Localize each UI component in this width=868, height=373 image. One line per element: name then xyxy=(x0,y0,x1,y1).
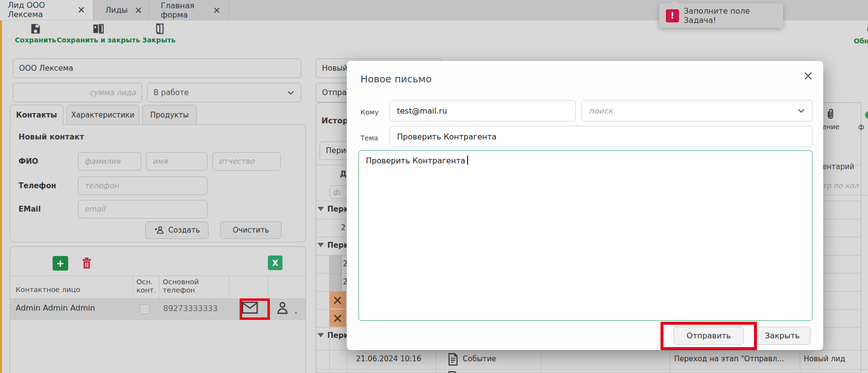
add-row-button[interactable]: + xyxy=(53,256,68,271)
close-modal-button-label: Закрыть xyxy=(765,331,799,340)
tab-main-form[interactable]: Главная форма ✕ xyxy=(153,0,229,20)
refresh-button[interactable]: Обновить xyxy=(850,22,868,48)
tab-lead-label: Лид ООО Лексема xyxy=(8,0,71,19)
create-contact-label: Создать xyxy=(169,226,200,235)
text-cursor xyxy=(467,156,468,165)
email-input[interactable]: email xyxy=(78,200,208,218)
history-event-stage[interactable]: Переход на этап "Отправл... xyxy=(674,354,784,363)
lead-status-value: В работе xyxy=(153,88,287,97)
col-contact-person[interactable]: Контактное лицо xyxy=(16,286,80,294)
tab-contacts-label: Контакты xyxy=(16,111,57,119)
close-form-button[interactable]: Закрыть xyxy=(141,22,176,48)
tab-products[interactable]: Продукты xyxy=(142,105,197,125)
paperclip-icon[interactable] xyxy=(824,108,837,121)
history-data-row[interactable]: 2 xyxy=(341,223,346,232)
export-excel-button[interactable]: X xyxy=(268,255,283,270)
tab-leads-label: Лиды xyxy=(105,5,128,15)
contact-phone-cell: 89273333333 xyxy=(163,304,218,313)
col-main-phone[interactable]: Основной телефон xyxy=(163,278,199,294)
row-menu-dot-icon xyxy=(295,312,297,314)
history-event-result[interactable]: Новый лид xyxy=(804,354,845,363)
attachment-button-label-cut[interactable]: ение xyxy=(822,123,839,131)
lastname-input[interactable]: фамилия xyxy=(78,152,141,171)
recipient-search-select[interactable]: поиск xyxy=(582,100,812,121)
save-and-close-icon xyxy=(92,22,105,35)
phone-input[interactable]: телефон xyxy=(78,177,208,195)
to-input[interactable]: test@mail.ru xyxy=(390,100,576,121)
modal-close-icon[interactable]: × xyxy=(803,69,813,82)
history-right-filter-placeholder-cut[interactable]: тр по кол xyxy=(822,181,859,190)
close-form-label: Закрыть xyxy=(142,36,176,44)
tab-main-form-label: Главная форма xyxy=(161,1,206,20)
event-document-icon xyxy=(447,353,459,366)
create-contact-button[interactable]: Создать xyxy=(145,221,208,239)
tab-leads-close-icon[interactable]: ✕ xyxy=(134,5,142,16)
modal-title: Новое письмо xyxy=(360,73,432,85)
door-close-icon xyxy=(152,22,165,35)
history-x-marker-icon[interactable] xyxy=(329,310,346,327)
tab-lead-close-icon[interactable]: ✕ xyxy=(77,4,85,15)
subject-label: Тема xyxy=(360,134,378,142)
subject-value: Проверить Контрагента xyxy=(397,132,496,141)
history-event-date[interactable]: 21.06.2024 10:16 xyxy=(356,354,421,363)
save-label: Сохранить xyxy=(15,36,57,44)
lead-name-input[interactable]: ООО Лексема xyxy=(13,59,301,78)
email-placeholder: email xyxy=(84,205,105,214)
send-button-label: Отправить xyxy=(687,331,731,340)
toast-alert-icon: ! xyxy=(666,9,679,22)
delete-row-button[interactable] xyxy=(79,255,94,271)
to-value: test@mail.ru xyxy=(397,106,447,116)
tab-characteristics[interactable]: Характеристики xyxy=(66,105,139,125)
tab-characteristics-label: Характеристики xyxy=(71,111,134,119)
left-accent-strip xyxy=(0,20,2,373)
chevron-down-icon xyxy=(797,107,805,115)
tab-contacts[interactable]: Контакты xyxy=(10,105,63,125)
send-button[interactable]: Отправить xyxy=(674,327,744,345)
history-col-header-cut[interactable]: Д xyxy=(340,170,346,178)
history-filter-placeholder: ф, xyxy=(333,188,341,196)
middlename-input[interactable]: отчество xyxy=(212,152,281,171)
save-button[interactable]: Сохранить xyxy=(14,22,57,48)
save-icon xyxy=(29,22,42,35)
history-event-type[interactable]: Событие xyxy=(463,354,496,363)
app-window: Лид ООО Лексема ✕ Лиды ✕ Главная форма ✕… xyxy=(0,0,868,373)
contact-person-icon[interactable] xyxy=(276,300,289,315)
phone-placeholder: телефон xyxy=(84,181,119,190)
filter-button-label-cut[interactable]: ф xyxy=(858,123,864,131)
trash-icon xyxy=(80,256,93,270)
toast-message: Заполните поле Задача! xyxy=(684,6,783,25)
group-collapse-icon[interactable] xyxy=(318,243,324,248)
refresh-label: Обновить xyxy=(854,37,868,45)
lead-name-value: ООО Лексема xyxy=(19,64,73,73)
close-modal-button[interactable]: Закрыть xyxy=(754,327,811,345)
tab-leads[interactable]: Лиды ✕ xyxy=(97,0,149,20)
save-and-close-label: Сохранить и закрыть xyxy=(57,36,140,44)
group-collapse-icon[interactable] xyxy=(318,207,324,212)
lead-sum-placeholder: сумма лида xyxy=(89,88,136,97)
send-email-icon[interactable] xyxy=(242,301,258,314)
tab-products-label: Продукты xyxy=(151,111,189,119)
save-and-close-button[interactable]: Сохранить и закрыть xyxy=(62,22,134,48)
firstname-input[interactable]: имя xyxy=(146,152,208,171)
email-body-textarea[interactable]: Проверить Контрагента xyxy=(359,150,812,321)
plus-icon: + xyxy=(57,258,65,268)
clear-contact-button[interactable]: Очистить xyxy=(220,221,282,239)
validation-toast[interactable]: ! Заполните поле Задача! xyxy=(659,3,783,28)
subject-input[interactable]: Проверить Контрагента xyxy=(390,126,812,147)
filter-icon[interactable] xyxy=(864,110,868,119)
history-x-marker-icon[interactable] xyxy=(329,292,346,309)
middlename-placeholder: отчество xyxy=(219,157,254,166)
tab-main-form-close-icon[interactable]: ✕ xyxy=(213,5,221,16)
clear-contact-label: Очистить xyxy=(233,226,269,235)
lead-sum-input[interactable]: сумма лида xyxy=(13,83,142,102)
history-row-marker xyxy=(329,274,342,292)
contact-main-checkbox[interactable] xyxy=(140,304,150,314)
firstname-placeholder: имя xyxy=(152,157,168,166)
tab-lead[interactable]: Лид ООО Лексема ✕ xyxy=(0,0,94,20)
fio-label: ФИО xyxy=(19,157,38,166)
lead-status-select[interactable]: В работе xyxy=(147,83,301,102)
col-main-contact[interactable]: Осн. конт. xyxy=(136,278,156,294)
history-right-col-header-cut: ентарий xyxy=(822,162,854,171)
group-collapse-icon[interactable] xyxy=(318,333,324,338)
to-label: Кому xyxy=(360,108,378,116)
